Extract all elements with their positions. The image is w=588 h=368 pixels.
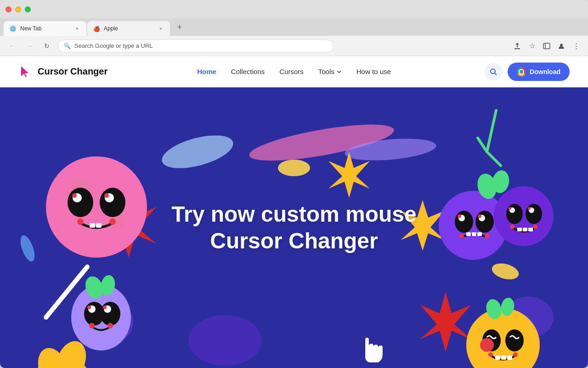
tab-title-new-tab: New Tab — [20, 25, 70, 32]
svg-point-57 — [458, 214, 461, 218]
svg-line-8 — [495, 73, 497, 75]
forward-button[interactable]: → — [23, 40, 36, 52]
svg-point-81 — [505, 329, 524, 351]
nav-tools[interactable]: Tools — [318, 68, 342, 75]
svg-point-59 — [459, 234, 464, 238]
svg-line-21 — [487, 152, 501, 166]
svg-point-27 — [46, 156, 147, 258]
nav-home[interactable]: Home — [197, 68, 216, 75]
svg-point-14 — [278, 160, 310, 176]
svg-point-102 — [480, 338, 494, 352]
svg-rect-61 — [466, 232, 471, 236]
address-text: Search Google or type a URL — [74, 42, 153, 49]
svg-rect-72 — [517, 228, 522, 231]
svg-point-35 — [104, 193, 109, 198]
tab-favicon-new-tab: 🌐 — [9, 25, 17, 32]
maximize-button[interactable] — [25, 6, 31, 12]
svg-point-54 — [475, 211, 494, 233]
address-input[interactable]: 🔍 Search Google or type a URL — [58, 40, 334, 52]
share-icon[interactable] — [511, 40, 524, 52]
nav-links: Home Collections Cursors Tools How to us… — [197, 68, 391, 75]
nav-right: Download — [485, 63, 570, 81]
svg-rect-3 — [543, 43, 550, 49]
svg-line-19 — [487, 110, 496, 152]
tab-apple[interactable]: 🍎 Apple × — [87, 21, 170, 36]
nav-collections[interactable]: Collections — [231, 68, 265, 75]
svg-rect-38 — [90, 223, 95, 228]
svg-rect-62 — [472, 232, 476, 236]
svg-point-82 — [488, 352, 493, 357]
chrome-icon — [517, 67, 526, 76]
sidebar-icon[interactable] — [540, 40, 553, 52]
svg-point-68 — [509, 207, 511, 210]
svg-point-48 — [103, 305, 107, 309]
close-button[interactable] — [6, 6, 11, 12]
svg-point-10 — [17, 234, 37, 264]
svg-point-83 — [513, 352, 518, 357]
title-bar — [0, 0, 588, 18]
hero-title: Try now custom mouse Cursor Changer — [171, 201, 416, 254]
svg-rect-39 — [96, 223, 102, 228]
svg-point-50 — [107, 323, 113, 328]
toolbar-icons: ☆ ⋮ — [511, 40, 582, 52]
svg-rect-85 — [501, 356, 506, 360]
svg-rect-86 — [507, 356, 512, 360]
website: Cursor Changer Home Collections Cursors … — [0, 56, 588, 368]
svg-point-52 — [494, 186, 554, 246]
address-bar: ← → ↻ 🔍 Search Google or type a URL ☆ ⋮ — [0, 36, 588, 56]
browser-window: 🌐 New Tab × 🍎 Apple × + ← → ↻ 🔍 Search G… — [0, 0, 588, 368]
nav-how-to-use[interactable]: How to use — [356, 68, 391, 75]
svg-point-53 — [455, 211, 473, 233]
svg-point-11 — [158, 129, 237, 174]
svg-point-17 — [188, 315, 262, 366]
svg-point-49 — [89, 323, 95, 328]
svg-point-65 — [526, 204, 542, 224]
svg-point-31 — [100, 188, 125, 217]
chevron-down-icon — [336, 69, 342, 75]
svg-point-70 — [510, 224, 514, 229]
svg-line-20 — [478, 138, 487, 152]
svg-point-30 — [68, 188, 93, 217]
tab-close-new-tab[interactable]: × — [74, 25, 81, 32]
svg-rect-84 — [495, 356, 500, 360]
search-icon — [490, 68, 497, 75]
hero-section: Try now custom mouse Cursor Changer — [0, 87, 588, 368]
svg-point-37 — [109, 218, 116, 225]
svg-point-7 — [491, 69, 495, 74]
svg-rect-74 — [528, 228, 533, 231]
tab-bar: 🌐 New Tab × 🍎 Apple × + — [0, 18, 588, 36]
site-nav: Cursor Changer Home Collections Cursors … — [0, 56, 588, 87]
svg-point-71 — [533, 224, 537, 229]
menu-icon[interactable]: ⋮ — [570, 40, 582, 52]
reload-button[interactable]: ↻ — [40, 40, 53, 52]
svg-point-64 — [506, 204, 523, 224]
nav-cursors[interactable]: Cursors — [279, 68, 304, 75]
search-button[interactable] — [485, 63, 502, 80]
minimize-button[interactable] — [15, 6, 21, 12]
svg-marker-25 — [420, 292, 471, 352]
svg-text:🌐: 🌐 — [10, 26, 16, 32]
svg-marker-6 — [21, 66, 28, 77]
svg-rect-73 — [523, 228, 527, 231]
tab-favicon-apple: 🍎 — [93, 25, 100, 32]
logo-text: Cursor Changer — [38, 66, 107, 77]
svg-point-34 — [72, 193, 77, 198]
logo-icon — [18, 64, 33, 79]
site-logo[interactable]: Cursor Changer — [18, 64, 107, 79]
bookmark-icon[interactable]: ☆ — [526, 40, 538, 52]
download-button[interactable]: Download — [508, 63, 570, 81]
tab-title-apple: Apple — [104, 25, 153, 32]
svg-point-60 — [485, 234, 489, 238]
profile-icon[interactable] — [555, 40, 568, 52]
svg-text:🍎: 🍎 — [93, 25, 100, 32]
traffic-lights — [6, 6, 31, 12]
svg-point-36 — [77, 218, 84, 225]
new-tab-button[interactable]: + — [173, 21, 187, 34]
tab-new-tab[interactable]: 🌐 New Tab × — [4, 21, 86, 36]
cursor-hand — [365, 338, 383, 362]
tab-close-apple[interactable]: × — [157, 25, 164, 32]
svg-rect-63 — [477, 232, 482, 236]
search-icon: 🔍 — [64, 43, 71, 49]
back-button[interactable]: ← — [6, 40, 18, 52]
svg-point-47 — [87, 305, 91, 309]
